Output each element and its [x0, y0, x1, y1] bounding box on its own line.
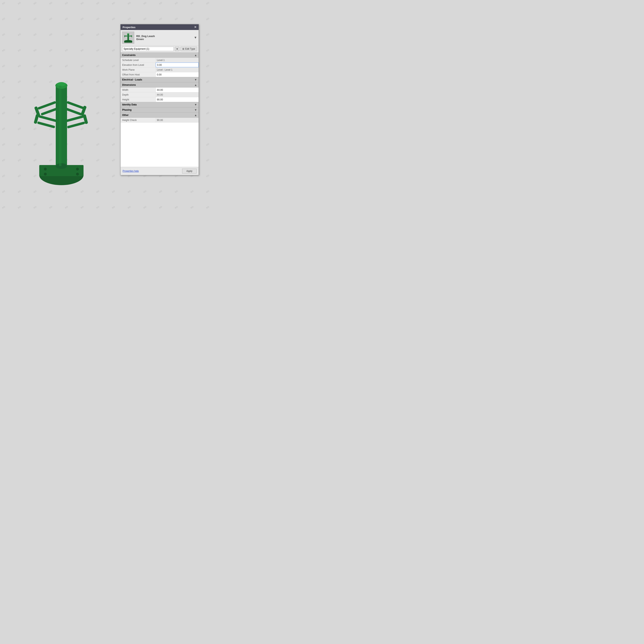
apply-button[interactable]: Apply: [182, 169, 197, 173]
panel-close-button[interactable]: ✕: [194, 26, 197, 29]
prop-value-height: 90.00: [156, 97, 199, 102]
panel-footer: Properties help Apply: [121, 167, 199, 175]
identity-data-toggle: ▼: [194, 103, 197, 106]
prop-value-elevation[interactable]: 0.00: [156, 63, 199, 67]
prop-row-height: Height 90.00: [121, 97, 199, 102]
section-phasing[interactable]: Phasing ▼: [121, 107, 199, 112]
svg-rect-28: [129, 36, 132, 36]
prop-label-height: Height: [121, 97, 156, 102]
dimensions-toggle: ▲: [194, 83, 197, 87]
properties-help-link[interactable]: Properties help: [123, 170, 139, 172]
svg-rect-22: [67, 122, 85, 129]
prop-value-height-check: 90.00: [156, 118, 199, 122]
edit-type-button[interactable]: ⊞ Edit Type: [181, 47, 197, 51]
other-toggle: ▲: [194, 114, 197, 117]
empty-area: [121, 123, 199, 167]
svg-rect-11: [37, 101, 56, 110]
panel-titlebar: Properties ✕: [121, 24, 199, 30]
element-thumbnail: [122, 32, 134, 44]
prop-row-width: Width 44.00: [121, 88, 199, 92]
svg-point-31: [124, 40, 132, 42]
prop-value-work-plane: Level : Level 1: [156, 67, 199, 72]
svg-point-5: [76, 173, 79, 175]
prop-value-schedule-level: Level 1: [156, 58, 199, 62]
section-electrical-loads[interactable]: Electrical - Loads ▼: [121, 77, 199, 82]
section-other[interactable]: Other ▲: [121, 112, 199, 118]
svg-rect-20: [65, 115, 84, 122]
prop-row-height-check: Height Check 90.00: [121, 118, 199, 123]
prop-row-schedule-level: Schedule Level Level 1: [121, 58, 199, 63]
prop-row-work-plane: Work Plane Level : Level 1: [121, 67, 199, 72]
prop-value-width: 44.00: [156, 88, 199, 92]
prop-value-depth: 44.00: [156, 92, 199, 97]
type-selector-row: Specialty Equipment (1) ▼ ⊞ Edit Type: [121, 45, 199, 53]
prop-row-offset-from-host: Offset from Host 0.00: [121, 72, 199, 77]
svg-rect-24: [127, 34, 129, 40]
svg-point-2: [44, 168, 47, 170]
prop-value-offset-from-host: 0.00: [156, 72, 199, 77]
prop-label-width: Width: [121, 88, 156, 92]
svg-point-3: [76, 168, 79, 170]
prop-label-height-check: Height Check: [121, 118, 156, 122]
prop-row-elevation[interactable]: Elevation from Level 0.00: [121, 63, 199, 67]
electrical-loads-toggle: ▼: [194, 78, 197, 81]
panel-title: Properties: [123, 26, 135, 29]
edit-type-icon: ⊞: [182, 47, 184, 50]
properties-panel: Properties ✕ RD_Dog Leash Green ▼ Sp: [120, 24, 199, 175]
section-identity-data[interactable]: Identity Data ▼: [121, 102, 199, 107]
type-dropdown[interactable]: Specialty Equipment (1): [122, 47, 174, 51]
element-name: RD_Dog Leash Green: [136, 35, 192, 41]
prop-row-depth: Depth 44.00: [121, 92, 199, 97]
constraints-toggle: ▲: [194, 54, 197, 57]
svg-point-25: [127, 33, 129, 35]
phasing-toggle: ▼: [194, 108, 197, 111]
svg-rect-26: [125, 36, 127, 36]
prop-label-offset-from-host: Offset from Host: [121, 72, 156, 77]
model-viewport: [0, 0, 123, 221]
svg-rect-17: [38, 115, 58, 122]
dropdown-arrow-btn[interactable]: ▼: [175, 47, 179, 51]
svg-rect-27: [124, 35, 125, 37]
svg-rect-19: [37, 121, 55, 128]
prop-label-elevation: Elevation from Level: [121, 63, 156, 67]
element-dropdown-arrow: ▼: [194, 36, 197, 39]
prop-label-work-plane: Work Plane: [121, 67, 156, 72]
svg-point-4: [44, 173, 47, 175]
prop-label-depth: Depth: [121, 92, 156, 97]
element-header: RD_Dog Leash Green ▼: [121, 30, 199, 45]
section-dimensions[interactable]: Dimensions ▲: [121, 82, 199, 88]
svg-rect-14: [67, 101, 85, 110]
svg-rect-29: [131, 35, 132, 37]
section-constraints[interactable]: Constraints ▲: [121, 53, 199, 58]
svg-rect-23: [59, 86, 61, 166]
prop-label-schedule-level: Schedule Level: [121, 58, 156, 62]
